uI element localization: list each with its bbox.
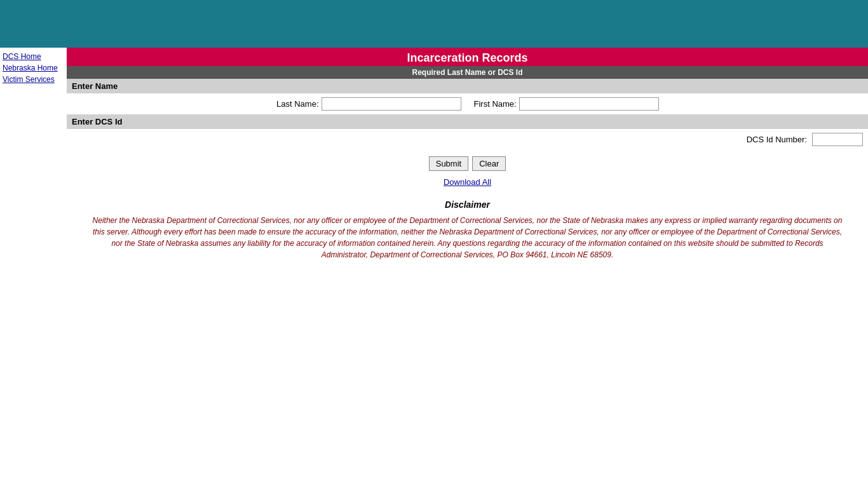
sidebar-link-dcs-home[interactable]: DCS Home [0,51,67,62]
enter-dcs-header: Enter DCS Id [67,114,868,129]
sidebar: DCS Home Nebraska Home Victim Services [0,48,67,273]
dcs-id-input[interactable] [812,133,863,146]
disclaimer-section: Disclaimer Neither the Nebraska Departme… [67,193,868,273]
page-subtitle: Required Last Name or DCS Id [67,66,868,79]
submit-button[interactable]: Submit [429,156,468,171]
last-name-input[interactable] [322,97,461,111]
page-title: Incarceration Records [67,48,868,66]
top-banner [0,0,868,48]
dcs-id-row: DCS Id Number: [67,129,868,150]
main-content: Incarceration Records Required Last Name… [67,48,868,273]
button-row: Submit Clear [67,150,868,175]
first-name-label: First Name: [474,99,519,109]
sidebar-link-victim-services[interactable]: Victim Services [0,74,67,85]
disclaimer-text: Neither the Nebraska Department of Corre… [92,215,843,261]
clear-button[interactable]: Clear [472,156,506,171]
dcs-id-label: DCS Id Number: [747,135,810,144]
download-row: Download All [67,175,868,193]
name-fields-row: Last Name: First Name: [67,93,868,114]
first-name-input[interactable] [519,97,659,111]
disclaimer-title: Disclaimer [92,200,843,210]
enter-name-header: Enter Name [67,79,868,93]
download-all-link[interactable]: Download All [444,177,491,187]
sidebar-link-nebraska-home[interactable]: Nebraska Home [0,62,67,74]
last-name-label: Last Name: [276,99,321,109]
